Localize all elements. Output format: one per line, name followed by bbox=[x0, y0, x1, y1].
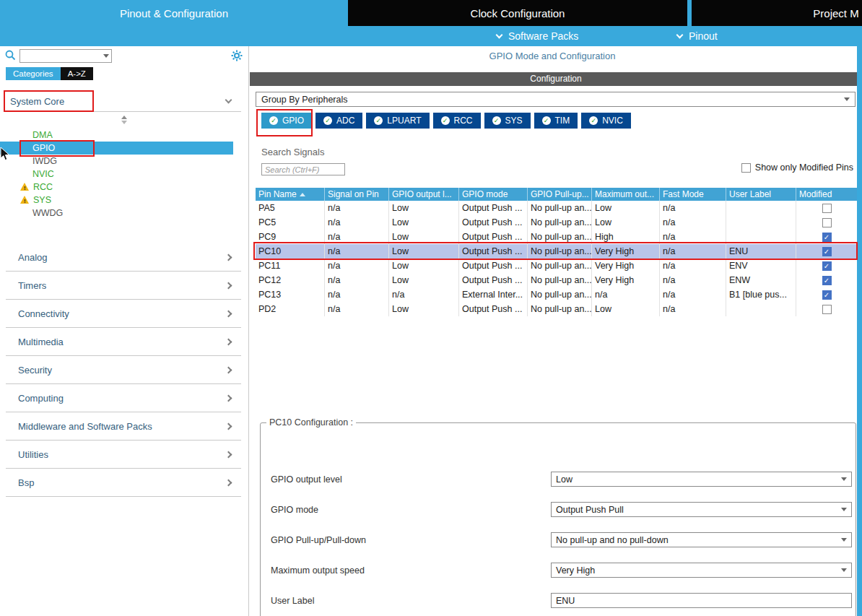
tree-item-sys[interactable]: SYS bbox=[0, 194, 233, 207]
tab-sys[interactable]: SYS bbox=[484, 113, 531, 129]
sidebar-search-combobox[interactable] bbox=[19, 49, 112, 63]
table-row-pc10[interactable]: PC10 n/a Low Output Push ... No pull-up … bbox=[256, 244, 858, 259]
peripheral-tabs: GPIO ADC LPUART RCC SYS TIM NVIC bbox=[261, 113, 631, 129]
cell-modified bbox=[796, 230, 858, 244]
group-by-select[interactable]: Group By Peripherals bbox=[256, 92, 856, 107]
category-computing[interactable]: Computing bbox=[6, 384, 241, 412]
modified-checkbox[interactable] bbox=[822, 305, 832, 314]
tree-item-dma[interactable]: DMA bbox=[0, 129, 233, 142]
group-by-value: Group By Peripherals bbox=[261, 95, 348, 105]
table-row-pc13[interactable]: PC13 n/a n/a External Inter... No pull-u… bbox=[256, 287, 858, 302]
tab-lpuart[interactable]: LPUART bbox=[366, 113, 429, 129]
table-row-pc9[interactable]: PC9 n/a Low Output Push ... No pull-up a… bbox=[256, 230, 858, 244]
tab-rcc[interactable]: RCC bbox=[433, 113, 481, 129]
column-header-output-level[interactable]: GPIO output l... bbox=[389, 188, 459, 201]
check-circle-icon bbox=[441, 116, 450, 125]
cell-user-label bbox=[726, 215, 796, 230]
tab-pinout-configuration[interactable]: Pinout & Configuration bbox=[0, 0, 348, 26]
field-label: Maximum output speed bbox=[271, 565, 551, 576]
gear-icon[interactable] bbox=[231, 50, 243, 64]
column-header-fast-mode[interactable]: Fast Mode bbox=[660, 188, 726, 201]
table-row-pc5[interactable]: PC5 n/a Low Output Push ... No pull-up a… bbox=[256, 215, 858, 230]
column-header-user-label[interactable]: User Label bbox=[726, 188, 796, 201]
check-circle-icon bbox=[492, 116, 501, 125]
tab-clock-configuration[interactable]: Clock Configuration bbox=[348, 0, 687, 26]
category-connectivity[interactable]: Connectivity bbox=[6, 300, 241, 328]
category-timers[interactable]: Timers bbox=[6, 272, 241, 300]
cell-fast-mode: n/a bbox=[660, 259, 726, 273]
tree-item-gpio[interactable]: GPIO bbox=[0, 142, 233, 155]
modified-checkbox[interactable] bbox=[822, 247, 832, 256]
column-header-signal[interactable]: Signal on Pin bbox=[325, 188, 389, 201]
tree-item-iwdg[interactable]: IWDG bbox=[0, 155, 233, 168]
gpio-output-level-select[interactable]: Low bbox=[551, 472, 852, 487]
table-row-pc12[interactable]: PC12 n/a Low Output Push ... No pull-up … bbox=[256, 273, 858, 287]
tab-a-to-z[interactable]: A->Z bbox=[61, 67, 93, 80]
cell-gpio-mode: External Inter... bbox=[459, 287, 528, 302]
category-analog[interactable]: Analog bbox=[6, 243, 241, 272]
cell-modified bbox=[796, 215, 858, 230]
column-header-gpio-mode[interactable]: GPIO mode bbox=[459, 188, 528, 201]
cell-output-level: Low bbox=[389, 230, 459, 244]
subnav-software-packs[interactable]: Software Packs bbox=[497, 26, 578, 46]
column-header-modified[interactable]: Modified bbox=[796, 188, 858, 201]
category-utilities[interactable]: Utilities bbox=[6, 441, 241, 469]
chevron-down-icon bbox=[496, 32, 503, 39]
vertical-scrollbar[interactable] bbox=[857, 46, 862, 616]
signals-search-input[interactable] bbox=[261, 163, 345, 175]
tree-item-rcc[interactable]: RCC bbox=[0, 181, 233, 194]
category-system-core[interactable]: System Core bbox=[6, 91, 241, 112]
tab-adc[interactable]: ADC bbox=[315, 113, 362, 129]
cell-max-speed: Very High bbox=[592, 273, 660, 287]
category-multimedia[interactable]: Multimedia bbox=[6, 328, 241, 356]
tab-gpio[interactable]: GPIO bbox=[261, 113, 312, 129]
table-row-pd2[interactable]: PD2 n/a Low Output Push ... No pull-up a… bbox=[256, 302, 858, 316]
cell-fast-mode: n/a bbox=[660, 302, 726, 316]
chevron-right-icon bbox=[225, 366, 232, 373]
column-header-pin-name[interactable]: Pin Name bbox=[256, 188, 325, 201]
gpio-pull-select[interactable]: No pull-up and no pull-down bbox=[551, 532, 852, 547]
table-row-pa5[interactable]: PA5 n/a Low Output Push ... No pull-up a… bbox=[256, 201, 858, 215]
subnav-pinout[interactable]: Pinout bbox=[677, 26, 718, 46]
modified-checkbox[interactable] bbox=[822, 276, 832, 285]
cell-output-level: Low bbox=[389, 259, 459, 273]
column-header-pull[interactable]: GPIO Pull-up... bbox=[528, 188, 592, 201]
subnav-bar: Software Packs Pinout bbox=[0, 26, 862, 46]
column-header-max-speed[interactable]: Maximum out... bbox=[592, 188, 660, 201]
sidebar-search-row bbox=[0, 49, 248, 65]
cell-gpio-mode: Output Push ... bbox=[459, 201, 528, 215]
modified-checkbox[interactable] bbox=[822, 204, 832, 213]
modified-checkbox[interactable] bbox=[822, 218, 832, 227]
tab-label: SYS bbox=[505, 116, 523, 126]
cell-gpio-mode: Output Push ... bbox=[459, 244, 528, 259]
max-output-speed-select[interactable]: Very High bbox=[551, 563, 852, 578]
modified-checkbox[interactable] bbox=[822, 233, 832, 242]
field-label: GPIO output level bbox=[271, 474, 551, 485]
field-label: GPIO mode bbox=[271, 505, 551, 515]
chevron-down-icon bbox=[841, 568, 847, 572]
category-middleware[interactable]: Middleware and Software Packs bbox=[6, 412, 241, 441]
cell-gpio-mode: Output Push ... bbox=[459, 273, 528, 287]
category-security[interactable]: Security bbox=[6, 356, 241, 384]
panel-title: GPIO Mode and Configuration bbox=[250, 51, 855, 61]
cell-max-speed: High bbox=[592, 230, 660, 244]
tab-categories[interactable]: Categories bbox=[6, 67, 61, 80]
table-row-pc11[interactable]: PC11 n/a Low Output Push ... No pull-up … bbox=[256, 259, 858, 273]
modified-checkbox[interactable] bbox=[822, 261, 832, 271]
tab-nvic[interactable]: NVIC bbox=[581, 113, 631, 129]
field-gpio-pull: GPIO Pull-up/Pull-down No pull-up and no… bbox=[271, 532, 852, 547]
combo-arrow-icon bbox=[103, 54, 109, 58]
user-label-input[interactable]: ENU bbox=[551, 593, 852, 608]
sort-toggle-icon[interactable] bbox=[121, 116, 127, 124]
tab-project-manager[interactable]: Project M bbox=[692, 0, 862, 26]
tab-tim[interactable]: TIM bbox=[534, 113, 578, 129]
show-modified-checkbox[interactable] bbox=[741, 163, 751, 173]
gpio-mode-select[interactable]: Output Push Pull bbox=[551, 502, 852, 517]
sidebar-search-input[interactable] bbox=[22, 52, 103, 61]
category-bsp[interactable]: Bsp bbox=[6, 469, 241, 497]
tree-item-nvic[interactable]: NVIC bbox=[0, 168, 233, 181]
tree-item-wwdg[interactable]: WWDG bbox=[0, 207, 233, 220]
system-core-tree: DMA GPIO IWDG NVIC RCC SYS WWDG bbox=[0, 129, 249, 220]
modified-checkbox[interactable] bbox=[822, 290, 832, 300]
gpio-pins-table: Pin Name Signal on Pin GPIO output l... … bbox=[256, 188, 858, 316]
